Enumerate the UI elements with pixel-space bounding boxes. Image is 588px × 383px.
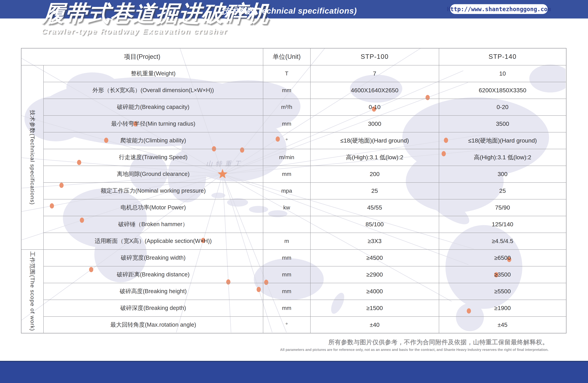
cell-project: 破碎距离(Breaking distance) xyxy=(43,266,263,283)
cell-unit: kw xyxy=(263,199,310,216)
spec-table-body: 技术参数(Technical specifications)整机重量(Weigh… xyxy=(21,65,566,333)
cell-stp100-value: ≤18(硬地面)(Hard ground) xyxy=(310,132,439,149)
table-row: 破碎深度(Breaking depth)mm≥1500≥1900 xyxy=(21,300,566,317)
cell-project: 破碎能力(Breaking capacity) xyxy=(43,99,263,115)
table-row: 技术参数(Technical specifications)整机重量(Weigh… xyxy=(21,65,566,82)
disclaimer-chinese: 所有参数与图片仅供参考，不作为合同附件及依据，山特重工保留最终解释权。 xyxy=(280,338,548,346)
cell-unit xyxy=(263,216,310,233)
cell-stp140-value: ≥6500 xyxy=(439,249,566,266)
cell-unit: mm xyxy=(263,300,310,317)
cell-stp100-value: 45/55 xyxy=(310,199,439,216)
cell-stp140-value: 6200X1850X3350 xyxy=(439,82,566,99)
table-row: 破碎能力(Breaking capacity)m³/h0-100-20 xyxy=(21,99,566,115)
website-url-text: Http://www.shantezhonggong.com xyxy=(447,6,551,13)
table-row: 最小转弯半径(Min turning radius)mm30003500 xyxy=(21,115,566,132)
table-row: 离地间隙(Ground clearance)mm200300 xyxy=(21,166,566,183)
column-header-project: 项目(Project) xyxy=(21,48,263,65)
column-header-stp100: STP-100 xyxy=(310,48,439,65)
cell-project: 行走速度(Traveling Speed) xyxy=(43,149,263,166)
table-row: 行走速度(Traveling Speed)m/min高(High):3.1 低(… xyxy=(21,149,566,166)
table-header-row: 项目(Project) 单位(Unit) STP-100 STP-140 xyxy=(21,48,566,65)
table-row: 额定工作压力(Nominal working pressure)mpa2525 xyxy=(21,183,566,199)
table-row: 爬坡能力(Climbing ability)°≤18(硬地面)(Hard gro… xyxy=(21,132,566,149)
column-header-unit: 单位(Unit) xyxy=(263,48,310,65)
cell-stp100-value: ≥4500 xyxy=(310,249,439,266)
group-label-technical-specs: 技术参数(Technical specifications) xyxy=(21,65,43,249)
cell-stp140-value: ≤18(硬地面)(Hard ground) xyxy=(439,132,566,149)
group-label-text: 技术参数(Technical specifications) xyxy=(28,110,36,205)
cell-project: 破碎高度(Breaking height) xyxy=(43,283,263,300)
cell-unit: ° xyxy=(263,132,310,149)
website-url-pill[interactable]: Http://www.shantezhonggong.com xyxy=(450,4,548,14)
cell-stp140-value: ±45 xyxy=(439,317,566,333)
column-header-stp140: STP-140 xyxy=(439,48,566,65)
page-title-english: Crawler-type Roadway Excavation crusher xyxy=(42,27,269,36)
cell-project: 外形（长X宽X高）(Overall dimension(L×W×H)) xyxy=(43,82,263,99)
cell-stp140-value: 300 xyxy=(439,166,566,183)
cell-unit: mm xyxy=(263,283,310,300)
cell-stp100-value: 85/100 xyxy=(310,216,439,233)
table-row: 破碎锤（Broken hammer）85/100125/140 xyxy=(21,216,566,233)
cell-stp140-value: 3500 xyxy=(439,115,566,132)
cell-stp140-value: 25 xyxy=(439,183,566,199)
table-row: 破碎高度(Breaking height)mm≥4000≥5500 xyxy=(21,283,566,300)
group-label-scope-of-work: 工作范围(The scope of work) xyxy=(21,249,43,333)
cell-stp140-value: 0-20 xyxy=(439,99,566,115)
cell-unit: m/min xyxy=(263,149,310,166)
cell-stp140-value: 高(High):3.1 低(low):2 xyxy=(439,149,566,166)
table-row: 最大回转角度(Max.rotation angle)°±40±45 xyxy=(21,317,566,333)
cell-unit: ° xyxy=(263,317,310,333)
cell-project: 破碎宽度(Breaking width) xyxy=(43,249,263,266)
table-row: 电机总功率(Motor Power)kw45/5575/90 xyxy=(21,199,566,216)
cell-project: 爬坡能力(Climbing ability) xyxy=(43,132,263,149)
cell-stp100-value: 4600X1640X2650 xyxy=(310,82,439,99)
table-row: 外形（长X宽X高）(Overall dimension(L×W×H))mm460… xyxy=(21,82,566,99)
cell-unit: m xyxy=(263,233,310,249)
cell-stp100-value: 200 xyxy=(310,166,439,183)
cell-stp140-value: ≥4.5/4.5 xyxy=(439,233,566,249)
cell-stp140-value: 10 xyxy=(439,65,566,82)
table-row: 适用断面（宽X高）(Applicable section(W×H))m≥3X3≥… xyxy=(21,233,566,249)
cell-stp100-value: 25 xyxy=(310,183,439,199)
cell-project: 适用断面（宽X高）(Applicable section(W×H)) xyxy=(43,233,263,249)
cell-project: 破碎深度(Breaking depth) xyxy=(43,300,263,317)
cell-project: 破碎锤（Broken hammer） xyxy=(43,216,263,233)
cell-project: 离地间隙(Ground clearance) xyxy=(43,166,263,183)
cell-project: 最小转弯半径(Min turning radius) xyxy=(43,115,263,132)
cell-unit: m³/h xyxy=(263,99,310,115)
cell-unit: mpa xyxy=(263,183,310,199)
spec-table: 项目(Project) 单位(Unit) STP-100 STP-140 技术参… xyxy=(21,48,567,333)
cell-stp100-value: 高(High):3.1 低(low):2 xyxy=(310,149,439,166)
footer-disclaimer: 所有参数与图片仅供参考，不作为合同附件及依据，山特重工保留最终解释权。 All … xyxy=(280,338,548,352)
cell-stp140-value: ≥3500 xyxy=(439,266,566,283)
cell-project: 额定工作压力(Nominal working pressure) xyxy=(43,183,263,199)
cell-stp100-value: ≥2900 xyxy=(310,266,439,283)
cell-stp140-value: 75/90 xyxy=(439,199,566,216)
cell-stp100-value: ≥4000 xyxy=(310,283,439,300)
group-label-text: 工作范围(The scope of work) xyxy=(28,251,36,331)
table-row: 工作范围(The scope of work)破碎宽度(Breaking wid… xyxy=(21,249,566,266)
cell-project: 整机重量(Weight) xyxy=(43,65,263,82)
cell-unit: mm xyxy=(263,266,310,283)
table-row: 破碎距离(Breaking distance)mm≥2900≥3500 xyxy=(21,266,566,283)
cell-unit: mm xyxy=(263,115,310,132)
cell-stp100-value: ±40 xyxy=(310,317,439,333)
cell-stp100-value: 0-10 xyxy=(310,99,439,115)
cell-project: 电机总功率(Motor Power) xyxy=(43,199,263,216)
cell-stp100-value: 3000 xyxy=(310,115,439,132)
cell-unit: mm xyxy=(263,249,310,266)
cell-unit: mm xyxy=(263,82,310,99)
cell-project: 最大回转角度(Max.rotation angle) xyxy=(43,317,263,333)
section-title: 技术参数(Technical specifications) xyxy=(222,6,357,16)
cell-stp140-value: 125/140 xyxy=(439,216,566,233)
cell-stp140-value: ≥1900 xyxy=(439,300,566,317)
cell-stp140-value: ≥5500 xyxy=(439,283,566,300)
footer-bar xyxy=(0,361,588,383)
cell-stp100-value: ≥3X3 xyxy=(310,233,439,249)
disclaimer-english: All parameters and pictures are for refe… xyxy=(280,348,548,352)
cell-stp100-value: 7 xyxy=(310,65,439,82)
cell-unit: mm xyxy=(263,166,310,183)
cell-unit: T xyxy=(263,65,310,82)
cell-stp100-value: ≥1500 xyxy=(310,300,439,317)
